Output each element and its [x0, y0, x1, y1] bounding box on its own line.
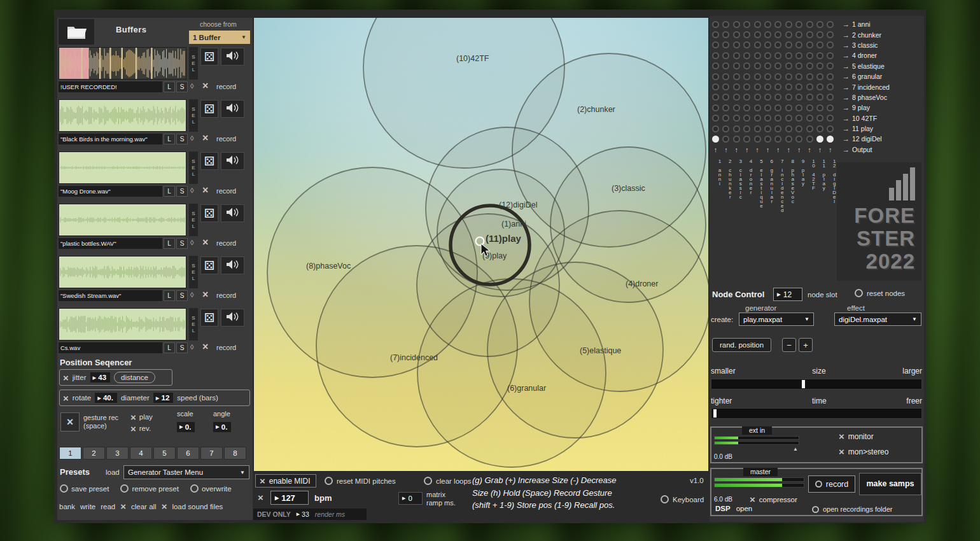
matrix-cell[interactable] [827, 104, 834, 111]
distance-button[interactable]: distance [114, 372, 155, 383]
render-ms-value[interactable]: ▶33 [297, 510, 309, 518]
monitor-toggle[interactable]: × monitor [839, 432, 874, 441]
matrix-cell[interactable] [733, 62, 740, 69]
matrix-cell[interactable] [827, 62, 834, 69]
solo-button[interactable]: S [176, 290, 188, 301]
matrix-cell[interactable] [795, 125, 802, 132]
matrix-cell[interactable] [764, 41, 771, 48]
loop-button[interactable]: L [164, 186, 175, 197]
size-slider[interactable] [711, 379, 922, 390]
matrix-cell[interactable] [806, 115, 813, 122]
dice-random-button[interactable]: ⚄ [200, 100, 218, 118]
record-arm-toggle[interactable]: × [202, 132, 208, 144]
matrix-cell[interactable] [795, 104, 802, 111]
matrix-cell[interactable] [733, 41, 740, 48]
bpm-value-box[interactable]: ▶ 127 [270, 491, 309, 505]
loop-button[interactable]: L [164, 342, 175, 353]
time-slider[interactable] [711, 408, 922, 419]
matrix-cell[interactable] [743, 73, 750, 80]
buffer-count-dropdown[interactable]: 1 Buffer ▼ [189, 31, 250, 44]
matrix-cell[interactable] [754, 136, 761, 143]
solo-button[interactable]: S [176, 186, 188, 197]
waveform-display[interactable] [59, 47, 186, 80]
speaker-button[interactable] [221, 256, 244, 274]
select-strip[interactable]: SEL [189, 308, 198, 341]
matrix-cell[interactable] [743, 83, 750, 90]
matrix-cell[interactable] [795, 136, 802, 143]
rand-minus-button[interactable]: − [782, 338, 796, 352]
seq-step-6[interactable]: 6 [177, 447, 199, 460]
matrix-cell[interactable] [806, 62, 813, 69]
matrix-cell[interactable] [733, 52, 740, 59]
matrix-cell[interactable] [712, 136, 719, 143]
speaker-button[interactable] [221, 48, 244, 66]
load-sound-files-toggle[interactable]: × [162, 502, 167, 511]
matrix-cell[interactable] [743, 41, 750, 48]
matrix-cell[interactable] [806, 31, 813, 38]
matrix-cell[interactable] [764, 104, 771, 111]
matrix-cell[interactable] [733, 83, 740, 90]
record-button[interactable]: record [808, 475, 855, 493]
solo-button[interactable]: S [176, 134, 188, 144]
waveform-display[interactable] [59, 99, 186, 132]
matrix-cell[interactable] [754, 52, 761, 59]
matrix-cell[interactable] [795, 41, 802, 48]
scale-value[interactable]: ▶0. [177, 422, 195, 432]
clear-all-toggle[interactable]: × [120, 502, 126, 511]
node-canvas[interactable]: (10)42TF(2)chunker(3)classic(4)droner(5)… [253, 18, 708, 471]
jitter-toggle[interactable]: × [63, 373, 69, 383]
matrix-cell[interactable] [795, 94, 802, 101]
matrix-cell[interactable] [806, 83, 813, 90]
solo-button[interactable]: S [176, 238, 188, 249]
size-slider-handle[interactable] [802, 380, 805, 388]
matrix-cell[interactable] [816, 136, 823, 143]
matrix-cell[interactable] [774, 52, 781, 59]
matrix-cell[interactable] [795, 73, 802, 80]
matrix-cell[interactable] [806, 41, 813, 48]
enable-midi-toggle[interactable]: × enable MIDI [255, 474, 316, 488]
matrix-cell[interactable] [795, 62, 802, 69]
record-label[interactable]: record [216, 292, 236, 299]
matrix-cell[interactable] [764, 94, 771, 101]
record-arm-toggle[interactable]: × [202, 289, 208, 300]
bank-write-button[interactable]: write [80, 503, 95, 510]
record-label[interactable]: record [216, 135, 236, 143]
gesture-rec-toggle[interactable]: × [60, 412, 80, 432]
matrix-cell[interactable] [785, 73, 792, 80]
record-label[interactable]: record [216, 187, 236, 195]
matrix-cell[interactable] [816, 31, 823, 38]
matrix-cell[interactable] [816, 41, 823, 48]
reset-midi-pitches-button[interactable]: reset MIDI pitches [325, 477, 396, 485]
matrix-cell[interactable] [754, 41, 761, 48]
matrix-cell[interactable] [722, 136, 729, 143]
seq-step-1[interactable]: 1 [59, 447, 81, 460]
speaker-button[interactable] [221, 152, 244, 170]
matrix-cell[interactable] [733, 21, 740, 28]
matrix-cell[interactable] [764, 125, 771, 132]
matrix-cell[interactable] [743, 52, 750, 59]
record-label[interactable]: record [216, 344, 236, 351]
select-strip[interactable]: SEL [189, 47, 198, 80]
matrix-cell[interactable] [774, 41, 781, 48]
matrix-cell[interactable] [733, 94, 740, 101]
seq-step-5[interactable]: 5 [153, 447, 176, 460]
matrix-cell[interactable] [754, 62, 761, 69]
dice-random-button[interactable]: ⚄ [200, 204, 218, 222]
matrix-cell[interactable] [827, 21, 834, 28]
overwrite-button[interactable]: overwrite [190, 484, 232, 493]
generator-patch-dropdown[interactable]: play.maxpat ▼ [739, 313, 814, 326]
matrix-cell[interactable] [764, 52, 771, 59]
compressor-toggle[interactable]: × compressor [750, 495, 797, 504]
matrix-cell[interactable] [722, 31, 729, 38]
matrix-cell[interactable] [827, 94, 834, 101]
record-arm-toggle[interactable]: × [202, 80, 208, 92]
matrix-cell[interactable] [785, 62, 792, 69]
speaker-button[interactable] [221, 204, 244, 222]
loop-button[interactable]: L [164, 290, 175, 301]
record-arm-toggle[interactable]: × [202, 341, 208, 353]
time-slider-handle[interactable] [713, 409, 717, 418]
save-preset-button[interactable]: save preset [60, 484, 109, 493]
matrix-cell[interactable] [754, 73, 761, 80]
matrix-cell[interactable] [743, 94, 750, 101]
matrix-cell[interactable] [712, 94, 719, 101]
